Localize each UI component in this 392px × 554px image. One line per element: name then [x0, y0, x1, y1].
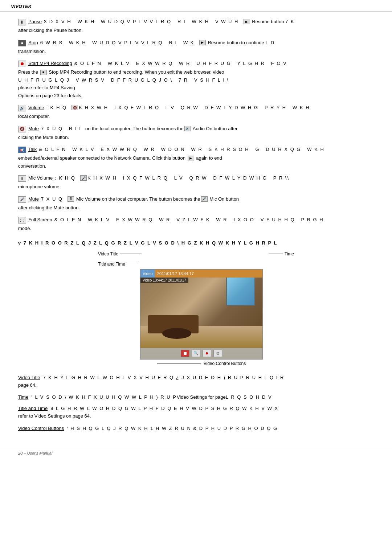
- micmute-section: 🎤 Mute 7 X U Q 🎚 Mic Volume on the local…: [18, 196, 374, 212]
- ref-time: Time ' L V S O D \ W K H F X U U H Q W W…: [18, 394, 374, 400]
- footer-text: 20 – User's Manual: [18, 451, 52, 455]
- ref-video-title-desc: 7 K H Y L G H R W L W O H L V X V H U F …: [43, 375, 284, 380]
- ref-video-ctrl-label: Video Control Buttons: [18, 426, 64, 431]
- video-controls-bottom-label: Video Control Buttons: [157, 361, 246, 366]
- stop-section: ■ Stop 6 W R S W K H W U D Q V P L V V L…: [18, 40, 374, 55]
- mic-mute-label: Mute: [28, 196, 39, 202]
- fullscreen-section: ⛶ Full Screen & O L F N W K L V E X W W …: [18, 217, 374, 232]
- ref-video-ctrl-btns: Video Control Buttons ' H S H Q G L Q J …: [18, 426, 374, 431]
- pause-continuation: after clicking the Pause button.: [18, 27, 374, 34]
- pause-desc: 3 D X V H W K H W U D Q V P L V V L R Q …: [44, 19, 243, 24]
- pause-resume-label: Resume button: [251, 19, 285, 24]
- talk-icon[interactable]: 📢: [18, 147, 26, 153]
- page-header: VIVOTEK: [0, 0, 392, 12]
- volume-icon[interactable]: 🔊: [18, 105, 26, 111]
- micvol-desc2: K H X W H I X Q F W L R Q L V Q R W D F …: [87, 175, 289, 181]
- video-title-bar: Video: [140, 270, 155, 278]
- mic-volume-icon[interactable]: 🎚: [18, 175, 26, 182]
- volume-continuation: local computer.: [18, 113, 374, 120]
- ref-time-suffix2: L R Q S O H D V: [226, 394, 272, 400]
- ref-title-time-cont: refer to Video Settings on page 64.: [18, 413, 374, 420]
- micmute-prefix: 7 X U Q: [41, 196, 67, 202]
- search-ctrl-btn[interactable]: 🔍: [192, 350, 200, 357]
- micvol-continuation: microphone volume.: [18, 183, 374, 190]
- pause-section: ⏸ Pause 3 D X V H W K H W U D Q V P L V …: [18, 19, 374, 34]
- mp4-cont1: Press the ■ Stop MP4 Recording button to…: [18, 69, 374, 76]
- time-line: [269, 254, 283, 254]
- fullscreen-ctrl-btn[interactable]: ⊡: [213, 350, 222, 357]
- audio-on-icon-inline: 🔊: [184, 126, 191, 131]
- mp4-cont2: U H F R U G L Q J V W R S V D F F R U G …: [18, 77, 374, 84]
- volume-label: Volume: [28, 105, 44, 110]
- talk-label: Talk: [28, 147, 37, 152]
- micmute-mid: Mic Volume on the local computer. The bu…: [75, 196, 200, 202]
- diagram-heading-text: v 7 K H I R O O R Z L Q J Z L Q G R Z L …: [18, 240, 278, 246]
- mp4-cont2b: please refer to MP4 Saving: [18, 84, 374, 91]
- volume-desc2: K H X W H I X Q F W L R Q L V Q R W D F …: [79, 105, 314, 110]
- video-title-annotation: Video Title: [98, 251, 118, 257]
- title-time-line: [127, 264, 138, 264]
- pause-icon[interactable]: ⏸: [18, 19, 26, 25]
- ref-time-label: Time: [18, 394, 28, 400]
- volume-mute-icon-inline: 🔇: [72, 105, 78, 110]
- mp4-cont3: Options on page 23 for details.: [18, 92, 374, 99]
- video-diagram-container: Video Title Time Title and Time: [69, 250, 323, 366]
- volume-desc: : K H Q: [46, 105, 71, 110]
- mute-desc1: 7 X U Q R I I: [41, 126, 85, 131]
- stop-desc: 6 W R S W K H W U D Q V P L V V L R Q R …: [40, 40, 199, 45]
- time-annotation: Time: [285, 251, 294, 257]
- mute-desc-mid: on the local computer. The button become…: [85, 126, 184, 131]
- brand-logo: VIVOTEK: [11, 4, 32, 9]
- record-icon[interactable]: [18, 61, 26, 67]
- window-area: [226, 277, 255, 306]
- stop-mp4-icon-inline: ■: [40, 70, 47, 75]
- ref-video-title: Video Title 7 K H Y L G H R W L W O H L …: [18, 375, 374, 389]
- video-title-line: [120, 254, 142, 254]
- micmute-continuation: after clicking the Mute button.: [18, 204, 374, 212]
- mic-mute-icon[interactable]: 🎤: [18, 196, 26, 203]
- micvol-desc: : K H Q: [55, 175, 79, 181]
- mic-vol-icon-inline: 🎚: [68, 196, 74, 202]
- talk-end-icon-inline: ▶: [188, 156, 194, 161]
- mute-audio-label: Audio On button after: [192, 126, 237, 131]
- talk-cont1: embedded/external speaker connected to t…: [18, 155, 374, 162]
- record-ctrl-btn[interactable]: [181, 350, 189, 357]
- ref-video-title-label: Video Title: [18, 375, 40, 380]
- resume-icon-inline: ▶: [244, 19, 250, 24]
- ref-title-time-label: Title and Time: [18, 406, 48, 411]
- video-titletime-value: Video 13:44:17 2011/01/17: [143, 278, 186, 282]
- fullscreen-icon[interactable]: ⛶: [18, 217, 26, 223]
- pause-desc2: 7 K: [285, 19, 295, 24]
- mute-section: 🔇 Mute 7 X U Q R I I on the local comput…: [18, 126, 374, 141]
- resume-icon-inline2: ▶: [199, 40, 206, 45]
- title-and-time-annotation: Title and Time: [98, 262, 125, 267]
- mute-icon[interactable]: 🔇: [18, 126, 26, 132]
- video-time-value: 2011/01/17 13:44:17: [157, 271, 194, 276]
- fullscreen-desc: & O L F N W K L V E X W W R Q W R V Z L …: [54, 217, 324, 222]
- diagram-heading: v 7 K H I R O O R Z L Q J Z L Q G R Z L …: [18, 239, 374, 246]
- mute-continuation: clicking the Mute button.: [18, 134, 374, 141]
- video-frame: Video 2011/01/17 13:44:17 Video 13:44:17…: [140, 269, 263, 360]
- ref-video-ctrl-desc: ' H S H Q G L Q J R Q W K H 1 H W Z R U …: [67, 426, 278, 431]
- video-controls-overlay: 🔍 ⊡: [140, 348, 262, 359]
- fullscreen-label: Full Screen: [28, 217, 52, 222]
- table-area: [162, 328, 191, 339]
- video-time-bar: 2011/01/17 13:44:17: [155, 270, 262, 278]
- video-top-bar: Video 2011/01/17 13:44:17: [140, 270, 262, 278]
- ref-time-suffix: Video Settings for page: [177, 394, 226, 400]
- video-title-value: Video: [143, 271, 153, 276]
- ref-title-time-desc: 9 L G H R W L W O H D Q G W L P H F D Q …: [50, 406, 278, 411]
- micvolume-section: 🎚 Mic Volume : K H Q 🎤 K H X W H I X Q F…: [18, 175, 374, 190]
- dot-ctrl-btn[interactable]: [203, 350, 211, 357]
- mp4-desc: & O L F N W K L V E X W W R Q W R U H F …: [74, 61, 287, 66]
- talk-section: 📢 Talk & O L F N W K L V E X W W R Q W R…: [18, 147, 374, 169]
- stop-desc2: L D: [265, 40, 275, 45]
- stop-resume-label: Resume button to continue: [207, 40, 266, 45]
- volume-section: 🔊 Volume : K H Q 🔇 K H X W H I X Q F W L…: [18, 105, 374, 120]
- mic-on-icon-inline: 🎤: [201, 196, 208, 202]
- ref-time-desc: ' L V S O D \ W K H F X U U H Q W W L P …: [31, 394, 176, 400]
- mic-volume-label: Mic Volume: [28, 175, 53, 181]
- bottom-refs: Video Title 7 K H Y L G H R W L W O H L …: [18, 375, 374, 431]
- stop-icon[interactable]: ■: [18, 40, 26, 46]
- video-ctrl-annotation: Video Control Buttons: [204, 361, 246, 366]
